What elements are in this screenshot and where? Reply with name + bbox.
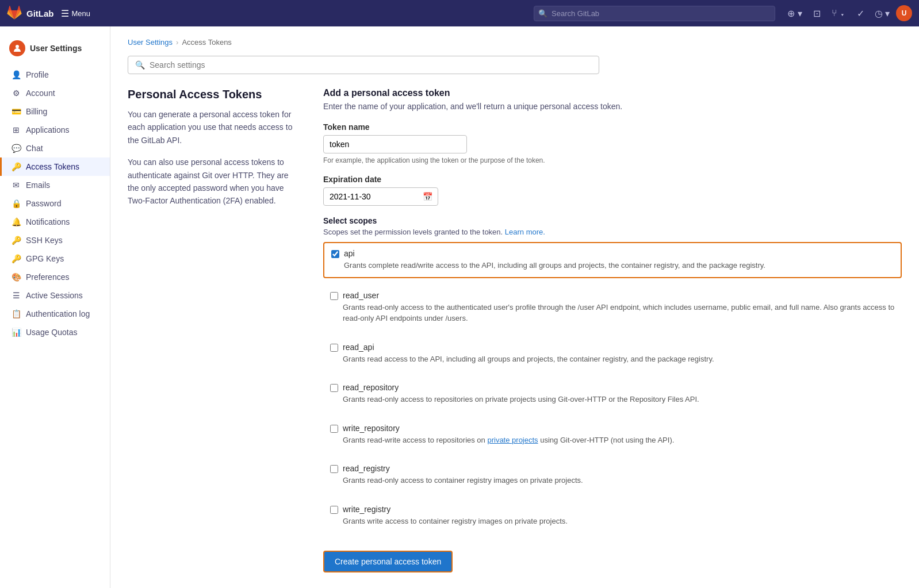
- sidebar-icon-chat: 💬: [11, 144, 21, 153]
- sidebar-label-chat: Chat: [26, 144, 43, 153]
- scope-desc-api: Grants complete read/write access to the…: [344, 260, 894, 271]
- sidebar-item-billing[interactable]: 💳Billing: [0, 102, 110, 121]
- scope-row-read_api: read_api: [330, 343, 895, 352]
- sidebar-icon-preferences: 🎨: [11, 272, 21, 282]
- scope-desc-read_repository: Grants read-only access to repositories …: [343, 394, 895, 405]
- sidebar-header: User Settings: [0, 36, 110, 66]
- scope-name-api: api: [344, 249, 355, 258]
- scope-checkbox-read_repository[interactable]: [330, 384, 338, 392]
- sidebar-label-notifications: Notifications: [26, 217, 70, 226]
- scope-checkbox-api[interactable]: [331, 250, 339, 258]
- scope-item-api: api Grants complete read/write access to…: [323, 242, 902, 278]
- scope-item-read_registry: read_registry Grants read-only access to…: [323, 458, 902, 492]
- scope-name-read_user: read_user: [343, 291, 379, 300]
- sidebar-icon-notifications: 🔔: [11, 217, 21, 226]
- sidebar-item-access-tokens[interactable]: 🔑Access Tokens: [0, 157, 110, 176]
- scopes-section: Select scopes Scopes set the permission …: [323, 216, 902, 532]
- sidebar-item-emails[interactable]: ✉Emails: [0, 176, 110, 194]
- scope-checkbox-read_user[interactable]: [330, 292, 338, 300]
- create-new-button[interactable]: ⊕ ▾: [787, 5, 803, 21]
- sidebar-item-password[interactable]: 🔒Password: [0, 194, 110, 213]
- sidebar-item-applications[interactable]: ⊞Applications: [0, 121, 110, 139]
- scope-name-read_registry: read_registry: [343, 464, 390, 473]
- sidebar-item-ssh-keys[interactable]: 🔑SSH Keys: [0, 231, 110, 249]
- sidebar-item-chat[interactable]: 💬Chat: [0, 139, 110, 157]
- expiration-input[interactable]: [323, 187, 438, 206]
- sidebar-label-applications: Applications: [26, 125, 70, 134]
- sidebar-item-usage-quotas[interactable]: 📊Usage Quotas: [0, 323, 110, 341]
- topnav-menu-label: Menu: [72, 9, 91, 18]
- sidebar-item-authentication-log[interactable]: 📋Authentication log: [0, 305, 110, 323]
- topnav: GitLab ☰ Menu 🔍 ⊕ ▾ ⊡ ⑂ ▾ ✓ ◷ ▾ U: [0, 0, 919, 26]
- topnav-logo[interactable]: GitLab: [7, 6, 54, 21]
- user-settings-icon: [9, 40, 25, 56]
- create-token-button[interactable]: Create personal access token: [323, 551, 453, 572]
- main-layout: User Settings 👤Profile⚙Account💳Billing⊞A…: [0, 26, 919, 588]
- right-panel: Add a personal access token Enter the na…: [323, 88, 902, 572]
- scope-item-read_api: read_api Grants read access to the API, …: [323, 337, 902, 371]
- todos-icon[interactable]: ✓: [852, 5, 868, 21]
- sidebar-item-active-sessions[interactable]: ☰Active Sessions: [0, 286, 110, 305]
- sidebar-label-gpg-keys: GPG Keys: [26, 254, 64, 263]
- sidebar-item-preferences[interactable]: 🎨Preferences: [0, 268, 110, 286]
- sidebar-label-password: Password: [26, 199, 61, 208]
- user-avatar[interactable]: U: [896, 5, 912, 21]
- expiration-group: Expiration date 📅: [323, 175, 902, 206]
- sidebar-nav: 👤Profile⚙Account💳Billing⊞Applications💬Ch…: [0, 66, 110, 341]
- sidebar-label-usage-quotas: Usage Quotas: [26, 328, 78, 337]
- description-p1: You can generate a personal access token…: [128, 108, 300, 147]
- scope-row-write_registry: write_registry: [330, 505, 895, 514]
- scope-checkbox-read_api[interactable]: [330, 344, 338, 352]
- scope-checkbox-write_registry[interactable]: [330, 506, 338, 514]
- sidebar-label-active-sessions: Active Sessions: [26, 291, 83, 300]
- topnav-search: 🔍: [534, 6, 775, 21]
- sidebar-title: User Settings: [30, 44, 82, 53]
- sidebar-label-emails: Emails: [26, 180, 50, 190]
- token-name-input[interactable]: [323, 135, 467, 153]
- activity-icon[interactable]: ◷ ▾: [874, 5, 890, 21]
- settings-search-icon: 🔍: [135, 60, 145, 70]
- settings-search-bar: 🔍: [128, 56, 599, 74]
- topnav-logo-text: GitLab: [26, 9, 54, 18]
- settings-search-wrap: 🔍: [128, 56, 902, 74]
- left-panel: Personal Access Tokens You can generate …: [128, 88, 300, 572]
- topnav-actions: ⊕ ▾ ⊡ ⑂ ▾ ✓ ◷ ▾ U: [787, 5, 912, 21]
- scope-row-write_repository: write_repository: [330, 424, 895, 433]
- sidebar-item-profile[interactable]: 👤Profile: [0, 66, 110, 84]
- breadcrumb-current: Access Tokens: [182, 38, 231, 47]
- sidebar-label-authentication-log: Authentication log: [26, 309, 90, 318]
- sidebar-icon-active-sessions: ☰: [11, 291, 21, 300]
- sidebar-item-notifications[interactable]: 🔔Notifications: [0, 213, 110, 231]
- sidebar-icon-gpg-keys: 🔑: [11, 254, 21, 263]
- topnav-menu-button[interactable]: ☰ Menu: [61, 8, 91, 19]
- date-input-wrap: 📅: [323, 187, 438, 206]
- breadcrumb-user-settings[interactable]: User Settings: [128, 38, 173, 47]
- sidebar-item-gpg-keys[interactable]: 🔑GPG Keys: [0, 249, 110, 268]
- sidebar-icon-applications: ⊞: [11, 125, 21, 134]
- scope-checkbox-read_registry[interactable]: [330, 465, 338, 473]
- scope-checkbox-write_repository[interactable]: [330, 425, 338, 433]
- scope-row-read_repository: read_repository: [330, 383, 895, 392]
- sidebar-icon-password: 🔒: [11, 199, 21, 208]
- breadcrumb: User Settings › Access Tokens: [128, 38, 902, 47]
- add-token-subtitle: Enter the name of your application, and …: [323, 102, 902, 111]
- scope-desc-write_registry: Grants write access to container registr…: [343, 516, 895, 527]
- topnav-search-input[interactable]: [534, 6, 775, 21]
- add-token-title: Add a personal access token: [323, 88, 902, 98]
- scope-name-write_repository: write_repository: [343, 424, 400, 433]
- sidebar-icon-profile: 👤: [11, 70, 21, 79]
- scopes-learn-more[interactable]: Learn more.: [505, 228, 545, 236]
- issues-icon[interactable]: ⊡: [809, 5, 825, 21]
- scopes-hint: Scopes set the permission levels granted…: [323, 228, 902, 236]
- scope-row-read_registry: read_registry: [330, 464, 895, 473]
- sidebar-item-account[interactable]: ⚙Account: [0, 84, 110, 102]
- scope-desc-read_registry: Grants read-only access to container reg…: [343, 475, 895, 486]
- breadcrumb-separator: ›: [176, 38, 178, 47]
- sidebar-label-account: Account: [26, 89, 55, 98]
- sidebar-label-ssh-keys: SSH Keys: [26, 236, 63, 245]
- scope-name-write_registry: write_registry: [343, 505, 390, 514]
- content-grid: Personal Access Tokens You can generate …: [128, 88, 902, 572]
- scopes-list: api Grants complete read/write access to…: [323, 242, 902, 532]
- merge-requests-icon[interactable]: ⑂ ▾: [830, 5, 847, 21]
- settings-search-input[interactable]: [150, 60, 592, 70]
